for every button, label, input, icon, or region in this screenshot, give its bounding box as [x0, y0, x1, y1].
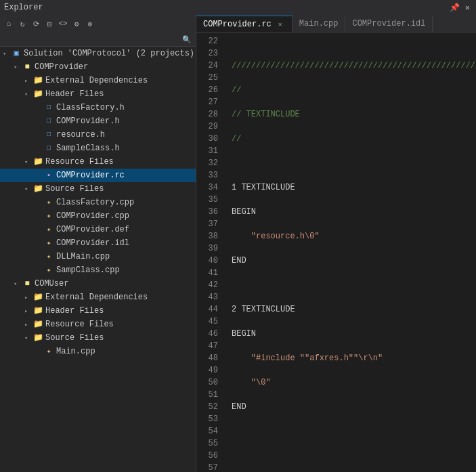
tree-item-comprovider-cpp[interactable]: ✦ COMProvider.cpp: [0, 209, 196, 223]
classfactory-cpp-label: ClassFactory.cpp: [56, 198, 134, 207]
project-icon: ■: [22, 62, 33, 72]
editor-content[interactable]: 2223242526 2728293031 3233343536 3738394…: [196, 33, 476, 472]
home-icon[interactable]: ⌂: [3, 18, 15, 30]
code-line-36: END: [232, 401, 476, 413]
code-line-22: ////////////////////////////////////////…: [232, 60, 476, 72]
folder-source-icon: 📁: [33, 184, 43, 194]
tree-item-comprovider-def[interactable]: ✦ COMProvider.def: [0, 223, 196, 236]
arrow-comprovider: ▾: [14, 64, 22, 71]
comprovider-rc-label: COMProvider.rc: [56, 171, 125, 180]
se-toolbar: ⌂ ↻ ⟳ ⊟ <> ⚙ ⊕: [0, 15, 196, 33]
search-input[interactable]: [4, 35, 182, 44]
dllmain-cpp-label: DLLMain.cpp: [56, 252, 110, 261]
tab-rc-label: COMProvider.rc: [203, 20, 272, 29]
file-cpp4-icon: ✦: [43, 265, 54, 276]
tree-item-source-files-1[interactable]: ▾ 📁 Source Files: [0, 182, 196, 196]
tab-rc-close[interactable]: ✕: [276, 20, 285, 29]
filter-icon[interactable]: ⚙: [70, 18, 83, 30]
code-line-25: //: [232, 133, 476, 145]
file-main-icon: ✦: [43, 346, 54, 357]
solution-label: Solution 'COMProtocol' (2 projects): [24, 49, 194, 58]
tab-main-label: Main.cpp: [299, 19, 339, 28]
arrow-header: ▾: [24, 91, 33, 98]
title-bar-icons[interactable]: 📌 ✕: [448, 3, 472, 13]
file-h-icon: □: [43, 102, 54, 113]
tree-item-comprovider-rc[interactable]: ▪ COMProvider.rc: [0, 169, 196, 182]
close-icon[interactable]: ✕: [463, 3, 472, 13]
tree-item-comuser-ext-deps[interactable]: ▸ 📁 External Dependencies: [0, 291, 196, 304]
comprovider-idl-label: COMProvider.idl: [56, 238, 129, 248]
se-search-bar[interactable]: 🔍: [0, 33, 196, 47]
arrow-res-files: ▾: [24, 158, 33, 166]
folder-cu-src-icon: 📁: [33, 332, 43, 343]
pin-icon[interactable]: 📌: [448, 3, 462, 13]
tab-idl-label: COMProvider.idl: [352, 19, 425, 28]
tree-item-comprovider[interactable]: ▾ ■ COMProvider: [0, 60, 196, 74]
code-editor[interactable]: ////////////////////////////////////////…: [223, 33, 476, 472]
tab-rc[interactable]: COMProvider.rc ✕: [196, 16, 293, 32]
folder-header-icon: 📁: [33, 89, 43, 100]
solution-icon: ▣: [11, 48, 22, 59]
main-area: ⌂ ↻ ⟳ ⊟ <> ⚙ ⊕ 🔍 ▾ ▣ Solution 'COMProtoc…: [0, 15, 476, 472]
tree-item-sampclass-cpp[interactable]: ✦ SampClass.cpp: [0, 263, 196, 277]
file-h2-icon: □: [43, 116, 54, 127]
line-numbers: 2223242526 2728293031 3233343536 3738394…: [196, 33, 223, 472]
folder-cu-ext-icon: 📁: [33, 292, 43, 303]
code-line-35: "\0": [232, 377, 476, 389]
sync-icon[interactable]: ↻: [16, 18, 28, 30]
file-cpp1-icon: ✦: [43, 197, 54, 208]
tree-item-comprovider-h[interactable]: □ COMProvider.h: [0, 114, 196, 128]
file-idl-icon: ✦: [43, 238, 54, 249]
target-icon[interactable]: ⊕: [84, 18, 96, 30]
arrow-cu-ext: ▸: [24, 294, 33, 301]
code-icon[interactable]: <>: [57, 18, 69, 30]
tab-bar: COMProvider.rc ✕ Main.cpp COMProvider.id…: [196, 15, 476, 33]
file-h4-icon: □: [43, 143, 54, 154]
arrow-ext-deps: ▸: [24, 77, 33, 85]
source-files-1-label: Source Files: [45, 184, 104, 194]
tree-item-main-cpp[interactable]: ✦ Main.cpp: [0, 345, 196, 358]
arrow-cu-src: ▾: [24, 335, 33, 342]
tree-item-classfactory-h[interactable]: □ ClassFactory.h: [0, 101, 196, 114]
tree-item-header-files[interactable]: ▾ 📁 Header Files: [0, 87, 196, 101]
tree-item-resource-h[interactable]: □ resource.h: [0, 128, 196, 142]
tab-idl[interactable]: COMProvider.idl: [345, 16, 433, 32]
main-cpp-label: Main.cpp: [56, 347, 95, 356]
tree-item-sampleclass-h[interactable]: □ SampleClass.h: [0, 142, 196, 155]
comuser-source-files-label: Source Files: [45, 333, 104, 343]
comprovider-def-label: COMProvider.def: [56, 225, 129, 234]
code-line-37: [232, 425, 476, 437]
folder-cu-res-icon: 📁: [33, 319, 43, 330]
refresh-icon[interactable]: ⟳: [30, 18, 42, 30]
editor-area: COMProvider.rc ✕ Main.cpp COMProvider.id…: [196, 15, 476, 472]
tree-item-comuser-source-files[interactable]: ▾ 📁 Source Files: [0, 331, 196, 345]
title-bar-left: Explorer: [4, 3, 43, 12]
tree-item-dllmain-cpp[interactable]: ✦ DLLMain.cpp: [0, 250, 196, 263]
title-bar: Explorer 📌 ✕: [0, 0, 476, 15]
file-rc-icon: ▪: [43, 170, 54, 181]
tree-item-solution[interactable]: ▾ ▣ Solution 'COMProtocol' (2 projects): [0, 47, 196, 60]
comprovider-label: COMProvider: [35, 62, 88, 72]
tree-item-comuser-resource-files[interactable]: ▸ 📁 Resource Files: [0, 318, 196, 331]
code-line-34: "#include ""afxres.h""\r\n": [232, 352, 476, 364]
arrow-cu-res: ▸: [24, 321, 33, 328]
comprovider-h-label: COMProvider.h: [56, 116, 120, 126]
code-line-24: // TEXTINCLUDE: [232, 108, 476, 121]
collapse-all-icon[interactable]: ⊟: [43, 18, 56, 30]
tree-item-comprovider-idl[interactable]: ✦ COMProvider.idl: [0, 236, 196, 250]
header-files-label: Header Files: [45, 89, 104, 99]
comuser-ext-deps-label: External Dependencies: [45, 293, 148, 302]
code-line-30: END: [232, 255, 476, 267]
tree-item-ext-deps[interactable]: ▸ 📁 External Dependencies: [0, 74, 196, 87]
solution-explorer: ⌂ ↻ ⟳ ⊟ <> ⚙ ⊕ 🔍 ▾ ▣ Solution 'COMProtoc…: [0, 15, 196, 472]
tree-item-resource-files[interactable]: ▾ 📁 Resource Files: [0, 155, 196, 169]
tree-item-comuser[interactable]: ▾ ■ COMUser: [0, 277, 196, 291]
tree-item-comuser-header-files[interactable]: ▸ 📁 Header Files: [0, 304, 196, 318]
classfactory-h-label: ClassFactory.h: [56, 103, 125, 112]
folder-resource-icon: 📁: [33, 156, 43, 167]
code-line-33: BEGIN: [232, 328, 476, 340]
comuser-resource-files-label: Resource Files: [45, 320, 114, 329]
tree-item-classfactory-cpp[interactable]: ✦ ClassFactory.cpp: [0, 196, 196, 209]
tab-main[interactable]: Main.cpp: [293, 16, 346, 32]
se-tree: ▾ ▣ Solution 'COMProtocol' (2 projects) …: [0, 47, 196, 472]
